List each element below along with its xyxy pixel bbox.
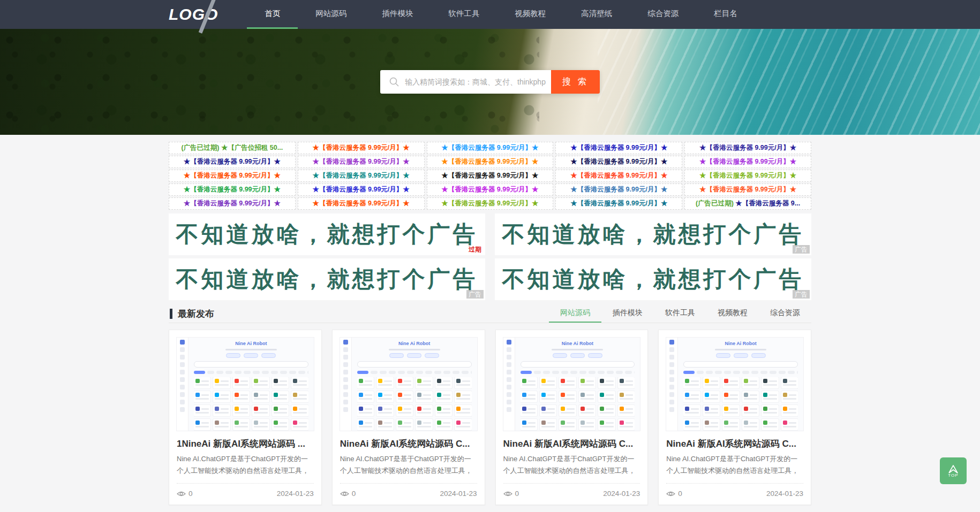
ad-link[interactable]: ★【香港云服务器 9.99元/月】★ (555, 142, 682, 154)
card-thumbnail[interactable]: Nine Ai Robot (496, 330, 648, 433)
mock-app-card (540, 391, 556, 402)
mock-text-line (763, 426, 777, 427)
mock-app-card-head (378, 421, 391, 425)
mock-text-line (260, 394, 267, 396)
nav-item[interactable]: 首页 (247, 0, 298, 29)
nav-item[interactable]: 插件模块 (364, 0, 431, 29)
tab-综合资源[interactable]: 综合资源 (759, 304, 811, 323)
search-input[interactable] (405, 78, 551, 86)
banner-ad[interactable]: 不知道放啥，就想打个广告广告 (495, 258, 811, 300)
card-title[interactable]: NineAi 新版AI系统网站源码 C... (503, 438, 640, 450)
mock-main-area: Nine Ai Robot (352, 338, 477, 431)
ad-link[interactable]: ★【香港云服务器 9.99元/月】★ (555, 156, 682, 168)
mock-app-card-head (620, 393, 633, 397)
mock-app-card (435, 391, 452, 402)
banner-ad[interactable]: 不知道放啥，就想打个广告广告 (495, 213, 811, 255)
mock-button (226, 353, 240, 358)
ad-link-text: ★【香港云服务器 9.99元/月】★ (570, 172, 667, 179)
tab-插件模块[interactable]: 插件模块 (601, 304, 654, 323)
ad-link[interactable]: ★【香港云服务器 9.99元/月】★ (427, 197, 554, 210)
mock-app-card-head (705, 407, 718, 411)
mock-app-card-head (685, 379, 698, 383)
ad-link[interactable]: ★【香港云服务器 9.99元/月】★ (298, 184, 425, 196)
mock-filter-pill-active (357, 371, 368, 374)
banner-ad[interactable]: 不知道放啥，就想打个广告过期 (169, 213, 485, 255)
mock-filter-pill (262, 371, 269, 374)
ad-link[interactable]: ★【香港云服务器 9.99元/月】★ (427, 184, 554, 196)
ad-link[interactable]: ★【香港云服务器 9.99元/月】★ (298, 197, 425, 210)
mock-text-line (398, 384, 411, 386)
mock-app-card-head (783, 379, 796, 383)
ad-link[interactable]: ★【香港云服务器 9.99元/月】★ (169, 156, 296, 168)
card-title[interactable]: NineAi 新版AI系统网站源码 C... (666, 438, 803, 450)
nav-item[interactable]: 软件工具 (431, 0, 497, 29)
ad-link[interactable]: ★【香港云服务器 9.99元/月】★ (684, 142, 811, 154)
mock-text-line (547, 408, 555, 410)
ad-link[interactable]: ★【香港云服务器 9.99元/月】★ (427, 142, 554, 154)
ad-link[interactable]: ★【香港云服务器 9.99元/月】★ (169, 184, 296, 196)
resource-card[interactable]: Nine Ai RobotNineAi 新版AI系统网站源码 C...Nine … (658, 330, 811, 505)
mock-filter-pill (543, 371, 550, 374)
resource-card[interactable]: Nine Ai RobotNineAi 新版AI系统网站源码 C...Nine … (332, 330, 485, 505)
mock-sidebar-icon (343, 400, 348, 404)
mock-text-line (606, 394, 613, 396)
nav-item[interactable]: 视频教程 (497, 0, 563, 29)
mock-app-card (233, 377, 250, 388)
ad-link[interactable]: ★【香港云服务器 9.99元/月】★ (427, 170, 554, 182)
nav-item[interactable]: 高清壁纸 (563, 0, 630, 29)
ad-link[interactable]: ★【香港云服务器 9.99元/月】★ (684, 184, 811, 196)
nav-item[interactable]: 综合资源 (630, 0, 696, 29)
resource-card[interactable]: Nine Ai Robot1NineAi 新版AI系统网站源码 ...Nine … (169, 330, 322, 505)
mock-app-icon (274, 421, 278, 425)
ad-link[interactable]: ★【香港云服务器 9.99元/月】★ (555, 170, 682, 182)
card-thumbnail[interactable]: Nine Ai Robot (169, 330, 321, 433)
tab-网站源码[interactable]: 网站源码 (549, 304, 601, 323)
search-button[interactable]: 搜 索 (551, 70, 600, 94)
ad-link[interactable]: (广告已过期) ★【广告位招租 50... (169, 142, 296, 154)
ad-link[interactable]: (广告已过期) ★【香港云服务器 9... (684, 197, 811, 210)
ad-link[interactable]: ★【香港云服务器 9.99元/月】★ (555, 184, 682, 196)
mock-app-grid (194, 377, 308, 431)
mock-app-card (683, 405, 700, 416)
card-thumbnail[interactable]: Nine Ai Robot (333, 330, 485, 433)
back-to-top-button[interactable]: TOP (940, 457, 967, 484)
mock-text-line (730, 380, 737, 382)
ad-link[interactable]: ★【香港云服务器 9.99元/月】★ (298, 170, 425, 182)
mock-app-card (521, 405, 537, 416)
mock-sidebar-icon (180, 392, 185, 397)
ad-link[interactable]: ★【香港云服务器 9.99元/月】★ (298, 156, 425, 168)
ad-link[interactable]: ★【香港云服务器 9.99元/月】★ (298, 142, 425, 154)
tab-软件工具[interactable]: 软件工具 (654, 304, 706, 323)
mock-app-card-body (359, 384, 372, 386)
mock-sidebar-icon (507, 347, 511, 352)
ad-link[interactable]: ★【香港云服务器 9.99元/月】★ (684, 156, 811, 168)
ad-link[interactable]: ★【香港云服务器 9.99元/月】★ (169, 170, 296, 182)
ad-link[interactable]: ★【香港云服务器 9.99元/月】★ (427, 156, 554, 168)
mock-app-card-body (685, 426, 698, 427)
mock-app-card-body (724, 384, 737, 386)
nav-item[interactable]: 网站源码 (298, 0, 364, 29)
dashboard-screenshot: Nine Ai Robot (176, 337, 314, 431)
mock-text-line (763, 412, 777, 414)
card-thumbnail[interactable]: Nine Ai Robot (659, 330, 811, 433)
section-title: 最新发布 (178, 308, 214, 323)
tab-视频教程[interactable]: 视频教程 (706, 304, 759, 323)
mock-text-line (378, 384, 391, 386)
ad-link[interactable]: ★【香港云服务器 9.99元/月】★ (169, 197, 296, 210)
card-title[interactable]: NineAi 新版AI系统网站源码 C... (340, 438, 477, 450)
ad-link[interactable]: ★【香港云服务器 9.99元/月】★ (555, 197, 682, 210)
mock-sidebar (503, 338, 515, 431)
mock-text-line (404, 394, 411, 396)
nav-item[interactable]: 栏目名 (696, 0, 755, 29)
logo[interactable]: LOGO (169, 0, 232, 29)
resource-card[interactable]: Nine Ai RobotNineAi 新版AI系统网站源码 C...Nine … (495, 330, 649, 505)
mock-text-line (541, 384, 555, 386)
banner-ad[interactable]: 不知道放啥，就想打个广告广告 (169, 258, 485, 300)
card-title[interactable]: 1NineAi 新版AI系统网站源码 ... (177, 438, 314, 450)
mock-main-area: Nine Ai Robot (678, 338, 803, 431)
mock-app-card (579, 377, 595, 388)
view-count: 0 (177, 490, 193, 498)
mock-app-icon (398, 379, 402, 383)
mock-app-card (598, 377, 615, 388)
ad-link[interactable]: ★【香港云服务器 9.99元/月】★ (684, 170, 811, 182)
